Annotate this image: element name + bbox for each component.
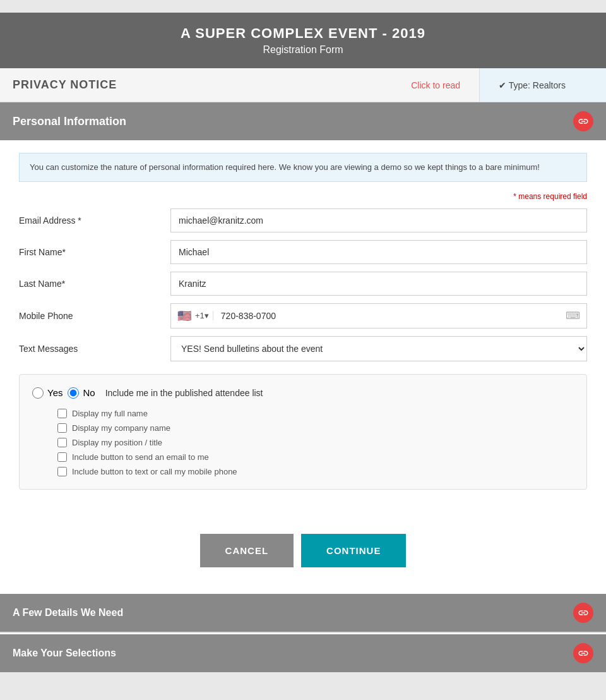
radio-yes-label: Yes — [47, 387, 62, 398]
personal-info-section-header: Personal Information — [0, 102, 606, 140]
attendee-section: Yes No Include me in the published atten… — [19, 374, 587, 490]
checkbox-position-title-label: Display my position / title — [72, 438, 162, 447]
attendee-radio-row: Yes No Include me in the published atten… — [32, 387, 574, 399]
checkbox-email-button-label: Include button to send an email to me — [72, 452, 209, 462]
checkbox-full-name-label: Display my full name — [72, 409, 148, 418]
privacy-bar: PRIVACY NOTICE Click to read ✔ Type: Rea… — [0, 68, 606, 102]
section-divider — [0, 632, 606, 633]
details-icon-btn[interactable] — [573, 603, 593, 623]
buttons-row: CANCEL CONTINUE — [0, 515, 606, 593]
checkbox-position-title[interactable]: Display my position / title — [57, 438, 574, 447]
last-name-row: Last Name* — [19, 272, 587, 296]
form-content: You can customize the nature of personal… — [0, 140, 606, 515]
checkbox-company-name[interactable]: Display my company name — [57, 423, 574, 433]
checkbox-company-name-label: Display my company name — [72, 423, 170, 433]
attendee-checkboxes-group: Display my full name Display my company … — [32, 409, 574, 476]
checkbox-text-call-button-label: Include button to text or call my mobile… — [72, 467, 237, 476]
checkbox-text-call-button[interactable]: Include button to text or call my mobile… — [57, 467, 574, 476]
page-header: A SUPER COMPLEX EVENT - 2019 Registratio… — [0, 13, 606, 68]
privacy-type: ✔ Type: Realtors — [480, 68, 606, 102]
checkbox-position-title-input[interactable] — [57, 438, 67, 447]
text-messages-row: Text Messages YES! Send bulletins about … — [19, 336, 587, 361]
attendee-question: Include me in the published attendee lis… — [105, 388, 263, 398]
mobile-phone-label: Mobile Phone — [19, 311, 170, 321]
checkbox-email-button[interactable]: Include button to send an email to me — [57, 452, 574, 462]
info-box: You can customize the nature of personal… — [19, 153, 587, 182]
details-link-icon — [578, 607, 589, 619]
email-row: Email Address * — [19, 208, 587, 232]
phone-keypad-icon: ⌨ — [559, 310, 586, 322]
cancel-button[interactable]: CANCEL — [200, 534, 294, 567]
selections-section-title: Make Your Selections — [13, 648, 116, 659]
event-title: A SUPER COMPLEX EVENT - 2019 — [10, 25, 596, 42]
text-messages-select[interactable]: YES! Send bulletins about the event NO! … — [170, 336, 587, 361]
phone-input-wrapper: 🇺🇸 +1▾ ⌨ — [170, 303, 587, 329]
personal-info-icon-btn[interactable] — [573, 111, 593, 131]
selections-section-header[interactable]: Make Your Selections — [0, 634, 606, 672]
checkbox-full-name-input[interactable] — [57, 409, 67, 418]
continue-button[interactable]: CONTINUE — [301, 534, 406, 567]
email-input[interactable] — [170, 208, 587, 232]
phone-number-input[interactable] — [217, 305, 559, 327]
details-section-header[interactable]: A Few Details We Need — [0, 594, 606, 632]
mobile-phone-row: Mobile Phone 🇺🇸 +1▾ ⌨ — [19, 303, 587, 329]
phone-flag[interactable]: 🇺🇸 — [171, 304, 195, 328]
last-name-input[interactable] — [170, 272, 587, 296]
phone-country-code[interactable]: +1▾ — [195, 311, 213, 320]
selections-icon-btn[interactable] — [573, 643, 593, 663]
first-name-row: First Name* — [19, 240, 587, 264]
required-note: * means required field — [19, 192, 587, 201]
personal-info-title: Personal Information — [13, 115, 126, 128]
last-name-label: Last Name* — [19, 279, 170, 289]
checkbox-company-name-input[interactable] — [57, 423, 67, 433]
privacy-label: PRIVACY NOTICE — [0, 68, 392, 102]
details-section-title: A Few Details We Need — [13, 607, 123, 619]
checkbox-email-button-input[interactable] — [57, 452, 67, 462]
radio-yes-input[interactable] — [32, 387, 44, 399]
privacy-click-link[interactable]: Click to read — [392, 68, 480, 102]
form-subtitle: Registration Form — [10, 44, 596, 56]
page-wrapper: A SUPER COMPLEX EVENT - 2019 Registratio… — [0, 13, 606, 672]
radio-no-input[interactable] — [68, 387, 79, 399]
checkbox-text-call-button-input[interactable] — [57, 467, 67, 476]
selections-link-icon — [578, 648, 589, 659]
radio-no-label: No — [83, 387, 95, 398]
link-icon — [578, 116, 589, 127]
first-name-input[interactable] — [170, 240, 587, 264]
text-messages-label: Text Messages — [19, 344, 170, 354]
radio-yes-option[interactable]: Yes — [32, 387, 62, 399]
radio-no-option[interactable]: No — [68, 387, 95, 399]
checkbox-full-name[interactable]: Display my full name — [57, 409, 574, 418]
email-label: Email Address * — [19, 215, 170, 226]
first-name-label: First Name* — [19, 247, 170, 257]
